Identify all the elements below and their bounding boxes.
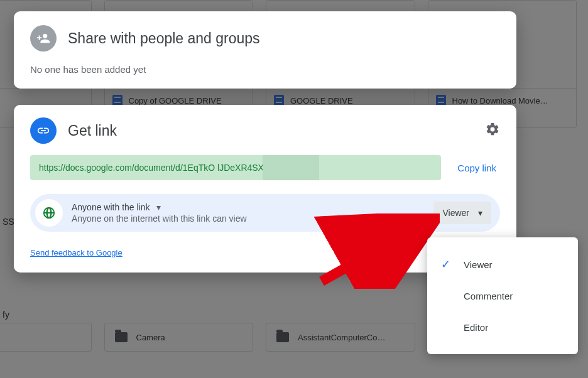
share-url-box[interactable]: https://docs.google.com/document/d/1EqTk… (30, 155, 441, 180)
globe-icon (35, 199, 63, 227)
person-add-icon (30, 25, 57, 51)
chevron-down-icon: ▾ (156, 202, 161, 212)
access-scope-label: Anyone with the link (72, 202, 150, 212)
role-label: Viewer (442, 208, 469, 218)
role-option-label: Editor (464, 322, 488, 333)
share-dialog: Share with people and groups No one has … (14, 11, 516, 89)
role-option-label: Viewer (464, 259, 493, 270)
get-link-title: Get link (68, 122, 474, 139)
share-title: Share with people and groups (68, 30, 260, 47)
check-icon: ✓ (441, 257, 454, 271)
role-option-editor[interactable]: ✓ Editor (427, 311, 578, 343)
access-row: Anyone with the link ▾ Anyone on the int… (30, 194, 500, 232)
chevron-down-icon: ▾ (478, 208, 482, 218)
role-menu: ✓ Viewer ✓ Commenter ✓ Editor (427, 237, 578, 354)
copy-link-button[interactable]: Copy link (454, 163, 500, 173)
access-scope-dropdown[interactable]: Anyone with the link ▾ (72, 202, 425, 212)
link-icon (30, 117, 57, 144)
share-subtitle: No one has been added yet (30, 64, 500, 75)
role-option-viewer[interactable]: ✓ Viewer (427, 249, 578, 280)
role-option-commenter[interactable]: ✓ Commenter (427, 280, 578, 311)
gear-icon[interactable] (485, 122, 500, 139)
share-url-text: https://docs.google.com/document/d/1EqTk… (39, 163, 298, 173)
access-scope-sub: Anyone on the internet with this link ca… (72, 213, 425, 224)
role-dropdown-button[interactable]: Viewer ▾ (433, 202, 491, 224)
role-option-label: Commenter (464, 291, 513, 301)
